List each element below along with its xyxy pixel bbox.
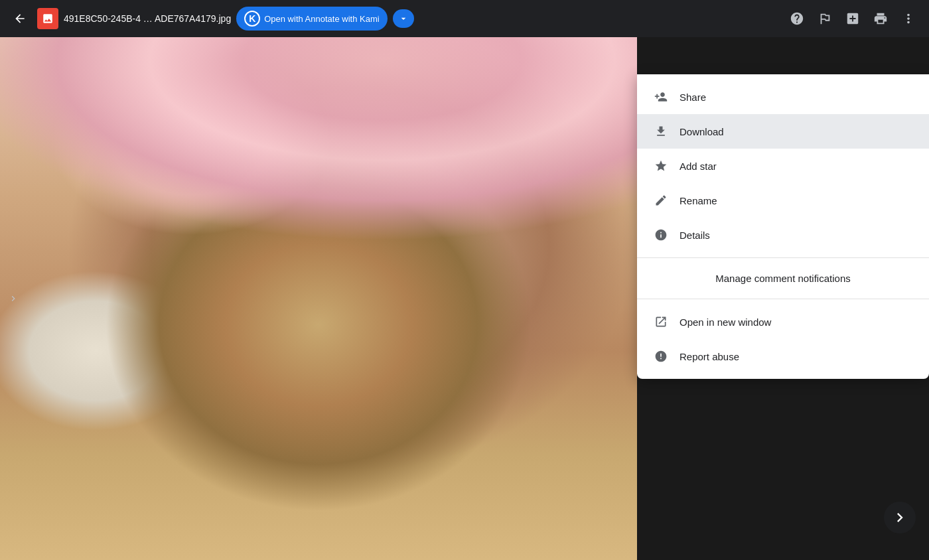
file-type-icon bbox=[37, 8, 58, 29]
toolbar: 491E8C50-245B-4 … ADE767A4179.jpg K Open… bbox=[0, 0, 929, 37]
star-icon bbox=[653, 158, 669, 174]
context-menu: Share Download Add star bbox=[637, 74, 929, 379]
add-to-drive-button[interactable] bbox=[840, 6, 865, 31]
menu-item-download[interactable]: Download bbox=[637, 114, 929, 149]
menu-item-share[interactable]: Share bbox=[637, 80, 929, 114]
open-with-dropdown-button[interactable] bbox=[393, 9, 414, 28]
share-label: Share bbox=[679, 92, 706, 103]
edit-icon bbox=[653, 192, 669, 208]
report-abuse-icon bbox=[653, 348, 669, 364]
image-background bbox=[0, 37, 637, 273]
back-button[interactable] bbox=[8, 7, 32, 31]
rename-label: Rename bbox=[679, 195, 717, 206]
sidebar-toggle[interactable] bbox=[5, 291, 21, 307]
open-new-window-icon bbox=[653, 314, 669, 330]
details-label: Details bbox=[679, 230, 710, 241]
manage-notifications-label: Manage comment notifications bbox=[715, 273, 850, 284]
open-new-window-label: Open in new window bbox=[679, 316, 771, 328]
next-image-button[interactable] bbox=[884, 502, 916, 533]
menu-item-add-star[interactable]: Add star bbox=[637, 149, 929, 183]
main-content: Share Download Add star bbox=[0, 37, 929, 560]
menu-divider-1 bbox=[637, 257, 929, 258]
help-button[interactable] bbox=[784, 6, 810, 31]
download-label: Download bbox=[679, 126, 724, 137]
info-icon bbox=[653, 227, 669, 243]
image-display bbox=[0, 37, 637, 560]
menu-item-details[interactable]: Details bbox=[637, 218, 929, 252]
toolbar-left: 491E8C50-245B-4 … ADE767A4179.jpg K Open… bbox=[8, 7, 784, 31]
report-abuse-label: Report abuse bbox=[679, 351, 739, 362]
menu-item-open-new-window[interactable]: Open in new window bbox=[637, 305, 929, 339]
file-title: 491E8C50-245B-4 … ADE767A4179.jpg bbox=[64, 13, 231, 24]
menu-divider-2 bbox=[637, 299, 929, 299]
share-drive-button[interactable] bbox=[812, 6, 837, 31]
menu-item-report-abuse[interactable]: Report abuse bbox=[637, 339, 929, 374]
person-add-icon bbox=[653, 89, 669, 105]
toolbar-right bbox=[784, 6, 921, 31]
menu-item-rename[interactable]: Rename bbox=[637, 183, 929, 218]
open-with-label: Open with Annotate with Kami bbox=[264, 14, 379, 24]
print-button[interactable] bbox=[868, 6, 893, 31]
download-icon bbox=[653, 123, 669, 139]
open-with-kami-button[interactable]: K Open with Annotate with Kami bbox=[236, 7, 387, 31]
more-options-button[interactable] bbox=[896, 6, 921, 31]
kami-icon: K bbox=[244, 11, 260, 27]
add-star-label: Add star bbox=[679, 161, 717, 172]
menu-item-manage-notifications[interactable]: Manage comment notifications bbox=[637, 263, 929, 293]
